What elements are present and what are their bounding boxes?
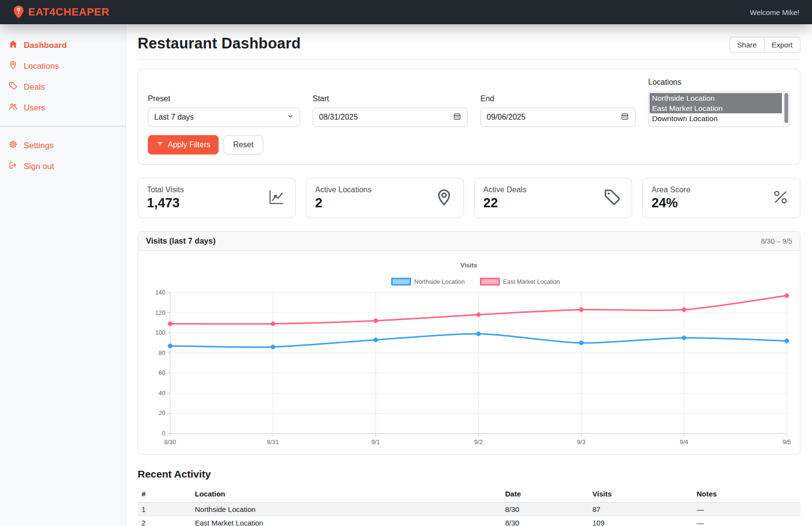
svg-text:8/30: 8/30 (164, 439, 176, 446)
table-cell: 8/30 (501, 516, 589, 526)
recent-activity-title: Recent Activity (138, 468, 800, 480)
visits-line-chart: 0204060801001201408/308/319/19/29/39/49/… (138, 251, 800, 454)
share-export-group: Share Export (730, 37, 800, 53)
sidebar-item-users[interactable]: Users (0, 97, 126, 118)
svg-text:120: 120 (155, 309, 165, 316)
svg-text:9/5: 9/5 (782, 439, 791, 446)
scrollbar-thumb[interactable] (784, 93, 788, 123)
svg-text:60: 60 (159, 370, 165, 376)
preset-value: Last 7 days (154, 113, 287, 122)
svg-text:100: 100 (155, 329, 165, 336)
table-column-header: Location (191, 487, 501, 503)
sidebar-item-label: Locations (24, 62, 59, 71)
stats-row: Total Visits 1,473 Active Locations 2 Ac… (138, 178, 800, 218)
table-header-row: #LocationDateVisitsNotes (138, 487, 800, 503)
location-option[interactable]: East Market Location (650, 103, 782, 113)
calendar-icon[interactable] (621, 112, 629, 123)
recent-activity-table: #LocationDateVisitsNotes 1Northside Loca… (138, 487, 800, 526)
location-option[interactable]: Downtown Location (650, 113, 782, 124)
sidebar-item-deals[interactable]: Deals (0, 77, 126, 97)
page-title-divider (138, 59, 800, 60)
svg-text:80: 80 (159, 350, 165, 356)
users-icon (8, 102, 18, 114)
locations-label: Locations (648, 78, 790, 87)
stat-label: Active Locations (315, 186, 372, 194)
end-date-input[interactable]: 09/06/2025 (480, 108, 636, 127)
gear-icon (8, 139, 18, 152)
sidebar-item-sign-out[interactable]: Sign out (0, 156, 126, 177)
svg-text:140: 140 (155, 289, 165, 296)
sidebar-item-label: Users (24, 103, 45, 113)
brand-pin-fork-icon (14, 5, 24, 19)
start-date-input[interactable]: 08/31/2025 (313, 108, 468, 127)
sidebar-footer-nav: SettingsSign out (0, 135, 126, 177)
tag-icon (603, 187, 622, 209)
start-date-value: 08/31/2025 (319, 113, 453, 122)
app-header: EAT4CHEAPER Welcome Mike! (0, 0, 812, 24)
table-cell: 1 (138, 503, 191, 516)
svg-text:8/31: 8/31 (267, 439, 279, 446)
stat-value: 24% (652, 196, 690, 211)
reset-button[interactable]: Reset (223, 135, 263, 155)
stat-card-area-score: Area Score 24% (642, 178, 800, 218)
table-column-header: Notes (693, 487, 800, 503)
stat-card-total-visits: Total Visits 1,473 (138, 178, 296, 218)
sidebar-item-settings[interactable]: Settings (0, 135, 126, 156)
table-column-header: Visits (589, 487, 693, 503)
location-option[interactable]: Northside Location (650, 93, 782, 103)
percent-icon (771, 187, 790, 209)
brand: EAT4CHEAPER (14, 5, 110, 19)
apply-filters-label: Apply Filters (168, 140, 210, 149)
sidebar-item-label: Settings (24, 141, 53, 151)
sidebar-item-locations[interactable]: Locations (0, 56, 126, 77)
sign-out-icon (8, 160, 18, 172)
export-button[interactable]: Export (764, 37, 800, 53)
svg-text:9/3: 9/3 (577, 439, 585, 446)
table-cell: — (693, 516, 800, 526)
stat-card-active-deals: Active Deals 22 (474, 178, 632, 218)
sidebar: DashboardLocationsDealsUsers SettingsSig… (0, 24, 126, 526)
end-date-label: End (480, 94, 636, 103)
svg-text:9/4: 9/4 (680, 439, 688, 446)
table-cell: 109 (589, 516, 693, 526)
sidebar-divider (0, 126, 126, 126)
filter-panel: Preset Last 7 days Start 08/31/2025 (138, 69, 800, 165)
svg-text:East Market Location: East Market Location (503, 278, 560, 285)
map-pin-icon (434, 187, 454, 209)
locations-multiselect[interactable]: Northside LocationEast Market LocationDo… (648, 91, 790, 127)
scrollbar[interactable] (783, 92, 789, 126)
apply-filters-button[interactable]: Apply Filters (148, 135, 219, 155)
start-date-label: Start (313, 94, 468, 103)
stat-label: Active Deals (483, 186, 526, 194)
stat-value: 1,473 (147, 196, 184, 211)
main-content: Restaurant Dashboard Share Export Preset… (126, 24, 812, 526)
stat-value: 2 (315, 196, 372, 211)
svg-text:20: 20 (159, 410, 165, 417)
table-row: 1Northside Location8/3087— (138, 503, 800, 516)
sidebar-item-label: Dashboard (24, 41, 67, 50)
tag-icon (8, 81, 18, 93)
sidebar-item-dashboard[interactable]: Dashboard (0, 35, 126, 56)
svg-text:Visits: Visits (461, 262, 477, 269)
table-column-header: # (138, 487, 191, 503)
chart-date-range: 8/30 – 9/5 (761, 237, 793, 245)
table-cell: East Market Location (191, 516, 501, 526)
sidebar-item-label: Sign out (24, 162, 54, 171)
table-cell: 8/30 (501, 503, 589, 516)
chevron-down-icon (287, 113, 294, 122)
chart-card-title: Visits (last 7 days) (146, 236, 216, 246)
share-button[interactable]: Share (730, 37, 764, 53)
preset-select[interactable]: Last 7 days (148, 108, 300, 127)
visits-chart-card: Visits (last 7 days) 8/30 – 9/5 02040608… (138, 231, 800, 455)
line-chart-icon (266, 187, 286, 209)
table-cell: 87 (589, 503, 693, 516)
table-cell: 2 (138, 516, 191, 526)
end-date-value: 09/06/2025 (487, 113, 621, 122)
calendar-icon[interactable] (453, 112, 462, 123)
filter-icon (156, 140, 164, 150)
page-title: Restaurant Dashboard (138, 35, 301, 52)
house-icon (8, 39, 18, 51)
stat-value: 22 (483, 196, 526, 211)
stat-label: Area Score (652, 186, 690, 194)
table-row: 2East Market Location8/30109— (138, 516, 800, 526)
